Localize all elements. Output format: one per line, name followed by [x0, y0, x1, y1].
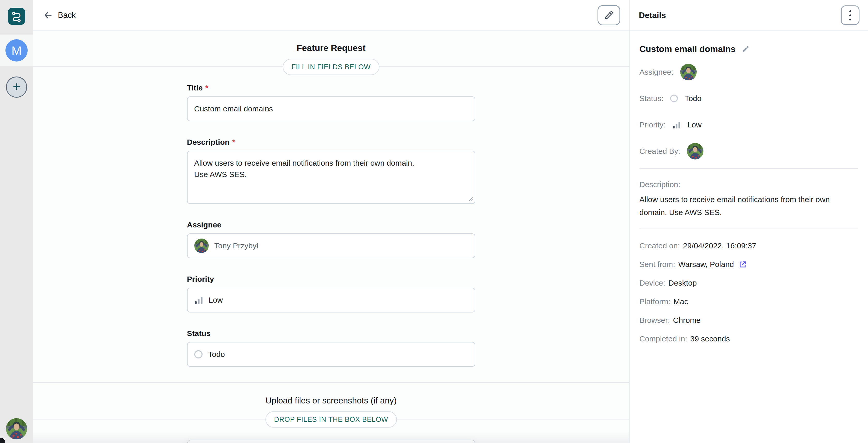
meta-row-completed-in: Completed in: 39 seconds: [640, 334, 858, 343]
form-content: Feature Request FILL IN FIELDS BELOW Tit…: [33, 31, 629, 443]
detail-row-created-by: Created By:: [640, 143, 858, 159]
status-label: Status: [187, 329, 475, 338]
form-fields: Title * Description * Allow users to rec…: [187, 84, 475, 367]
back-button[interactable]: Back: [43, 10, 76, 20]
details-description-label: Description:: [640, 180, 858, 189]
drop-files-badge: DROP FILES IN THE BOX BELOW: [265, 411, 397, 428]
details-description-text: Allow users to receive email notificatio…: [640, 193, 858, 219]
meta-completed-in-label: Completed in:: [640, 334, 687, 343]
detail-row-assignee: Assignee:: [640, 64, 858, 80]
assignee-avatar: [194, 239, 209, 253]
drop-divider: DROP FILES IN THE BOX BELOW: [33, 419, 629, 419]
detail-status-value: Todo: [685, 94, 702, 103]
priority-select[interactable]: Low: [187, 288, 475, 313]
priority-bars-icon: [673, 121, 681, 129]
required-asterisk: *: [232, 138, 235, 147]
detail-row-priority: Priority: Low: [640, 117, 858, 133]
assignee-value: Tony Przybył: [214, 241, 258, 250]
details-divider: [640, 228, 858, 229]
kebab-icon: [849, 10, 851, 21]
priority-value: Low: [209, 296, 223, 304]
details-body: Custom email domains Assignee:: [629, 44, 868, 343]
user-avatar[interactable]: [6, 418, 27, 439]
meta-row-browser: Browser: Chrome: [640, 316, 858, 325]
meta-created-on-label: Created on:: [640, 241, 680, 250]
app-logo-button[interactable]: [8, 8, 25, 25]
details-divider: [640, 168, 858, 169]
priority-label-text: Priority: [187, 275, 214, 284]
edit-form-button[interactable]: [597, 5, 620, 25]
assignee-label-text: Assignee: [187, 220, 221, 229]
meta-platform-value: Mac: [674, 297, 688, 306]
assignee-select[interactable]: Tony Przybył: [187, 233, 475, 258]
meta-browser-value: Chrome: [673, 316, 701, 325]
required-asterisk: *: [206, 84, 209, 92]
upload-section-divider: [33, 382, 629, 383]
status-circle-icon: [670, 95, 678, 102]
back-arrow-icon: [43, 10, 53, 20]
main-topbar: Back: [33, 0, 629, 31]
details-header: Details: [639, 10, 666, 20]
meta-row-sent-from: Sent from: Warsaw, Poland: [640, 260, 858, 269]
issue-title: Custom email domains: [640, 44, 736, 54]
description-label: Description *: [187, 138, 475, 147]
priority-label: Priority: [187, 275, 475, 284]
detail-created-by-avatar[interactable]: [687, 143, 704, 159]
details-panel: Details Custom email domains Assignee:: [629, 0, 868, 443]
detail-status-label: Status:: [640, 94, 663, 103]
meta-sent-from-label: Sent from:: [640, 260, 675, 269]
sidebar: M +: [0, 0, 33, 443]
detail-priority-label: Priority:: [640, 120, 666, 129]
detail-created-by-label: Created By:: [640, 147, 680, 156]
priority-bars-icon: [194, 296, 203, 304]
meta-sent-from-value: Warsaw, Poland: [678, 260, 734, 269]
detail-row-status: Status: Todo: [640, 90, 858, 107]
user-photo: [6, 418, 27, 439]
title-input[interactable]: [187, 96, 475, 121]
meta-created-on-value: 29/04/2022, 16:09:37: [683, 241, 756, 250]
meta-row-device: Device: Desktop: [640, 278, 858, 287]
back-label: Back: [58, 10, 76, 20]
edit-pencil-icon: [604, 10, 614, 20]
status-circle-icon: [194, 350, 203, 358]
issue-title-row: Custom email domains: [640, 44, 858, 54]
kebab-menu-button[interactable]: [841, 5, 860, 25]
file-drop-zone[interactable]: [187, 440, 475, 443]
detail-assignee-label: Assignee:: [640, 68, 674, 77]
description-label-text: Description: [187, 138, 230, 147]
meta-platform-label: Platform:: [640, 297, 671, 306]
details-topbar: Details: [629, 0, 868, 31]
rename-pencil-icon[interactable]: [742, 45, 749, 53]
main-panel: Back Feature Request FILL IN FIELDS BELO…: [33, 0, 629, 443]
upload-title: Upload files or screenshots (if any): [33, 396, 629, 406]
detail-assignee-avatar[interactable]: [680, 64, 697, 80]
workspace-avatar[interactable]: M: [5, 39, 28, 61]
meta-row-platform: Platform: Mac: [640, 297, 858, 306]
route-logo-icon: [11, 10, 22, 22]
status-value: Todo: [208, 350, 225, 359]
meta-row-created-on: Created on: 29/04/2022, 16:09:37: [640, 241, 858, 250]
status-label-text: Status: [187, 329, 211, 338]
title-label: Title *: [187, 84, 475, 92]
meta-device-value: Desktop: [668, 278, 697, 287]
external-link-icon[interactable]: [739, 260, 747, 269]
status-select[interactable]: Todo: [187, 342, 475, 367]
form-title: Feature Request: [33, 43, 629, 53]
fill-fields-badge: FILL IN FIELDS BELOW: [283, 59, 379, 75]
detail-priority-value: Low: [687, 120, 702, 129]
assignee-label: Assignee: [187, 220, 475, 229]
meta-device-label: Device:: [640, 278, 665, 287]
title-label-text: Title: [187, 84, 203, 92]
add-workspace-button[interactable]: +: [6, 77, 27, 98]
workspace-active-strip: M: [0, 35, 33, 66]
description-wrap: Allow users to receive email notificatio…: [187, 151, 475, 204]
meta-completed-in-value: 39 seconds: [690, 334, 730, 343]
meta-browser-label: Browser:: [640, 316, 670, 325]
section-divider: FILL IN FIELDS BELOW: [33, 66, 629, 67]
description-input[interactable]: Allow users to receive email notificatio…: [187, 151, 475, 204]
